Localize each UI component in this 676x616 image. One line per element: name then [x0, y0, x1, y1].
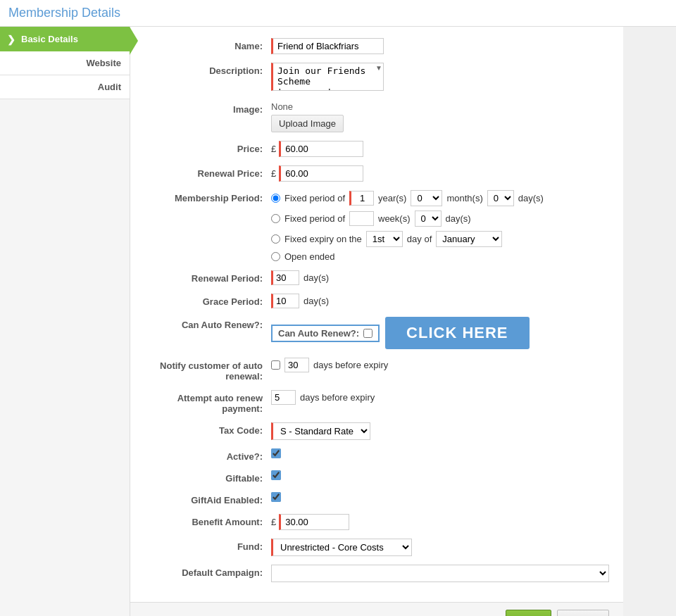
- price-group: £: [271, 141, 363, 157]
- notify-group: days before expiry: [271, 358, 388, 372]
- fund-select[interactable]: Unrestricted - Core Costs Restricted Fun…: [271, 539, 412, 556]
- membership-period-section: Fixed period of year(s) 0 123 456 789 10…: [271, 190, 544, 262]
- active-label: Active?:: [144, 448, 271, 462]
- fixed-period-of-label-2: Fixed period of: [284, 213, 345, 224]
- sidebar-item-label: Audit: [98, 82, 121, 92]
- giftable-checkbox[interactable]: [271, 470, 281, 480]
- sidebar-item-audit[interactable]: Audit: [0, 75, 130, 99]
- attempt-group: days before expiry: [271, 390, 375, 405]
- fixed-period-years-input[interactable]: [349, 191, 374, 206]
- cancel-button[interactable]: Cancel: [557, 610, 609, 616]
- expiry-month-select[interactable]: January FebruaryMarch AprilMay JuneJuly …: [436, 231, 502, 247]
- main-content: Name: Description: Join our Friends Sche…: [130, 27, 623, 616]
- renewal-currency-symbol: £: [271, 168, 276, 179]
- fixed-period-months-select[interactable]: 0 123 456 789 1011: [411, 190, 442, 206]
- save-button[interactable]: Save: [506, 610, 551, 616]
- fixed-period-weeks-row: Fixed period of week(s) 0 123 456 day(s): [271, 210, 544, 227]
- open-ended-radio[interactable]: [271, 252, 280, 261]
- fixed-period-weeks-days-select[interactable]: 0 123 456: [415, 210, 442, 227]
- renewal-price-label: Renewal Price:: [144, 165, 271, 179]
- image-label: Image:: [144, 101, 271, 115]
- renewal-period-row: Renewal Period: day(s): [144, 270, 609, 285]
- giftaid-label: GiftAid Enabled:: [144, 492, 271, 505]
- giftable-label: Giftable:: [144, 470, 271, 484]
- tax-code-label: Tax Code:: [144, 422, 271, 436]
- tax-code-row: Tax Code: S - Standard Rate Z - Zero Rat…: [144, 422, 609, 440]
- benefit-amount-input[interactable]: [279, 514, 349, 530]
- fund-row: Fund: Unrestricted - Core Costs Restrict…: [144, 539, 609, 556]
- can-auto-renew-checkbox[interactable]: [363, 329, 373, 338]
- days-label-2: day(s): [446, 213, 471, 224]
- expiry-day-select[interactable]: 1st 2nd3rd: [366, 231, 403, 247]
- name-input[interactable]: [271, 38, 384, 54]
- benefit-amount-row: Benefit Amount: £: [144, 514, 609, 530]
- fixed-expiry-on-label: Fixed expiry on the: [284, 234, 362, 244]
- description-row: Description: Join our Friends Scheme to …: [144, 63, 609, 93]
- notify-days-label: days before expiry: [313, 360, 388, 370]
- sidebar-item-website[interactable]: Website: [0, 51, 130, 75]
- grace-period-input[interactable]: [271, 294, 299, 308]
- fixed-period-days-select[interactable]: 0 123 456: [487, 190, 514, 206]
- attempt-label: Attempt auto renew payment:: [144, 390, 271, 414]
- name-row: Name:: [144, 38, 609, 54]
- dropdown-arrow-icon[interactable]: ▼: [375, 64, 382, 72]
- benefit-currency-symbol: £: [271, 517, 276, 527]
- sidebar: Basic Details Website Audit: [0, 27, 130, 616]
- weeks-label: week(s): [378, 213, 411, 224]
- default-campaign-label: Default Campaign:: [144, 565, 271, 578]
- day-of-label: day of: [407, 234, 432, 244]
- description-wrapper: Join our Friends Scheme to support Black…: [271, 63, 384, 93]
- page-title: Membership Details: [0, 0, 676, 27]
- fixed-period-years-radio[interactable]: [271, 194, 280, 203]
- renewal-period-group: day(s): [271, 270, 329, 285]
- active-checkbox[interactable]: [271, 448, 281, 458]
- image-none-text: None: [271, 101, 344, 112]
- renewal-period-days-label: day(s): [303, 272, 329, 283]
- attempt-days-input[interactable]: [271, 390, 296, 405]
- can-auto-renew-inline-label: Can Auto Renew?:: [278, 328, 359, 339]
- price-input[interactable]: [279, 141, 363, 157]
- description-label: Description:: [144, 63, 271, 76]
- notify-row: Notify customer of auto renewal: days be…: [144, 358, 609, 382]
- price-currency-symbol: £: [271, 144, 276, 154]
- giftable-row: Giftable:: [144, 470, 609, 484]
- notify-checkbox[interactable]: [271, 360, 280, 370]
- image-row: Image: None Upload Image: [144, 101, 609, 132]
- sidebar-item-label: Website: [86, 58, 121, 68]
- grace-period-days-label: day(s): [303, 296, 329, 306]
- renewal-price-input[interactable]: [279, 165, 363, 182]
- renewal-period-input[interactable]: [271, 270, 299, 285]
- sidebar-item-label: Basic Details: [21, 34, 78, 44]
- months-label: month(s): [446, 193, 482, 203]
- click-here-banner[interactable]: CLICK HERE: [385, 317, 529, 349]
- attempt-row: Attempt auto renew payment: days before …: [144, 390, 609, 414]
- giftaid-checkbox[interactable]: [271, 492, 281, 502]
- sidebar-item-basic-details[interactable]: Basic Details: [0, 27, 130, 51]
- days-label-1: day(s): [518, 193, 544, 203]
- giftaid-row: GiftAid Enabled:: [144, 492, 609, 505]
- name-label: Name:: [144, 38, 271, 51]
- membership-period-label: Membership Period:: [144, 190, 271, 203]
- fixed-expiry-radio[interactable]: [271, 234, 280, 244]
- grace-period-row: Grace Period: day(s): [144, 294, 609, 308]
- fund-label: Fund:: [144, 539, 271, 552]
- description-textarea[interactable]: Join our Friends Scheme to support Black…: [271, 63, 384, 91]
- fixed-period-weeks-radio[interactable]: [271, 214, 280, 223]
- default-campaign-select[interactable]: [271, 565, 609, 582]
- tax-code-select[interactable]: S - Standard Rate Z - Zero Rate E - Exem…: [271, 422, 370, 440]
- fixed-expiry-row: Fixed expiry on the 1st 2nd3rd day of Ja…: [271, 231, 544, 247]
- default-campaign-row: Default Campaign:: [144, 565, 609, 582]
- image-section: None Upload Image: [271, 101, 344, 132]
- fixed-period-weeks-input[interactable]: [349, 211, 374, 226]
- benefit-amount-label: Benefit Amount:: [144, 514, 271, 527]
- grace-period-label: Grace Period:: [144, 294, 271, 307]
- years-label: year(s): [378, 193, 406, 203]
- upload-image-button[interactable]: Upload Image: [271, 115, 344, 132]
- footer-bar: Save Cancel: [130, 602, 623, 616]
- benefit-amount-group: £: [271, 514, 349, 530]
- active-row: Active?:: [144, 448, 609, 462]
- price-row: Price: £: [144, 141, 609, 157]
- notify-days-input[interactable]: [284, 358, 309, 372]
- open-ended-label: Open ended: [284, 251, 335, 262]
- price-label: Price:: [144, 141, 271, 154]
